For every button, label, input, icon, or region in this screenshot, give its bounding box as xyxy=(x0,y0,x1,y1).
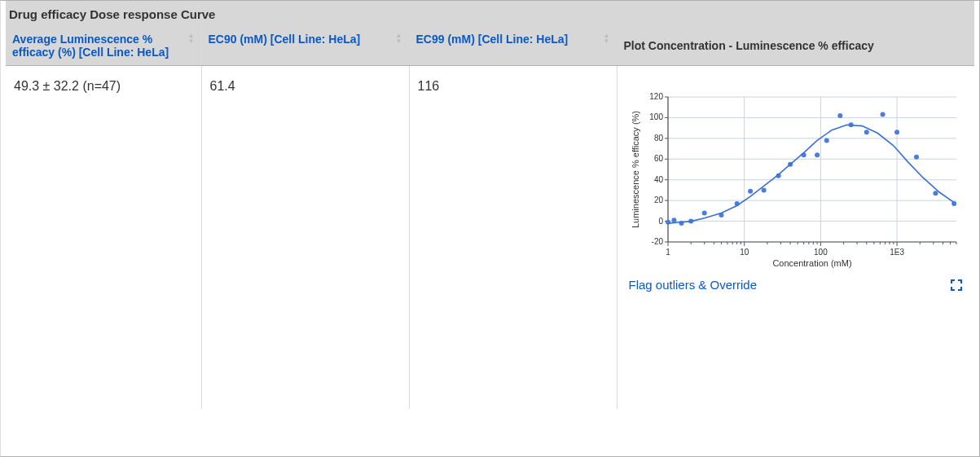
col-header-label: Average Luminescence % efficacy (%) [Cel… xyxy=(12,33,169,59)
sort-icon[interactable]: ▲▼ xyxy=(396,33,402,44)
svg-point-71 xyxy=(701,210,706,215)
svg-point-86 xyxy=(914,155,919,160)
svg-text:0: 0 xyxy=(658,217,663,226)
svg-text:60: 60 xyxy=(653,154,663,163)
col-header-ec90[interactable]: EC90 (mM) [Cell Line: HeLa] ▲▼ xyxy=(201,26,409,65)
svg-point-68 xyxy=(671,218,676,222)
col-header-label: Plot Concentration - Luminescence % effi… xyxy=(624,39,874,52)
svg-text:10: 10 xyxy=(740,248,749,257)
svg-text:1: 1 xyxy=(666,248,670,257)
section-title: Drug efficacy Dose response Curve xyxy=(6,1,974,26)
svg-text:120: 120 xyxy=(649,92,663,101)
svg-text:1E3: 1E3 xyxy=(890,248,904,257)
cell-ec99: 116 xyxy=(409,66,617,409)
col-header-avg-efficacy[interactable]: Average Luminescence % efficacy (%) [Cel… xyxy=(6,26,201,65)
expand-icon[interactable] xyxy=(950,279,963,292)
svg-text:100: 100 xyxy=(814,248,828,257)
cell-avg-efficacy: 49.3 ± 32.2 (n=47) xyxy=(6,66,201,409)
col-header-label: EC90 (mM) [Cell Line: HeLa] xyxy=(209,33,361,46)
svg-point-75 xyxy=(761,187,766,192)
drug-efficacy-panel: Drug efficacy Dose response Curve Averag… xyxy=(0,0,980,457)
cell-ec90: 61.4 xyxy=(201,66,409,409)
svg-point-85 xyxy=(894,130,899,134)
col-header-ec99[interactable]: EC99 (mM) [Cell Line: HeLa] ▲▼ xyxy=(409,26,617,65)
flag-outliers-override-link[interactable]: Flag outliers & Override xyxy=(629,278,758,292)
col-header-plot: Plot Concentration - Luminescence % effi… xyxy=(617,26,974,65)
svg-point-67 xyxy=(666,220,670,225)
svg-text:Concentration (mM): Concentration (mM) xyxy=(772,258,851,268)
svg-point-81 xyxy=(837,113,842,118)
dose-response-chart: -200204060801001201101001E3Concentration… xyxy=(629,90,963,270)
table-row: 49.3 ± 32.2 (n=47) 61.4 116 -20020406080… xyxy=(6,66,974,409)
svg-point-83 xyxy=(864,130,868,134)
svg-text:80: 80 xyxy=(653,134,663,143)
svg-text:-20: -20 xyxy=(651,237,663,246)
svg-point-87 xyxy=(933,191,938,196)
cell-plot: -200204060801001201101001E3Concentration… xyxy=(617,66,974,409)
col-header-label: EC99 (mM) [Cell Line: HeLa] xyxy=(416,33,569,46)
sort-icon[interactable]: ▲▼ xyxy=(604,33,610,44)
svg-point-79 xyxy=(815,152,820,157)
svg-text:20: 20 xyxy=(653,196,663,204)
svg-text:40: 40 xyxy=(653,175,663,184)
svg-text:100: 100 xyxy=(649,112,663,121)
svg-text:Luminescence % efficacy (%): Luminescence % efficacy (%) xyxy=(631,111,640,228)
svg-point-80 xyxy=(824,138,828,143)
svg-point-74 xyxy=(748,189,753,194)
svg-point-84 xyxy=(880,112,885,117)
sort-icon[interactable]: ▲▼ xyxy=(188,33,195,44)
